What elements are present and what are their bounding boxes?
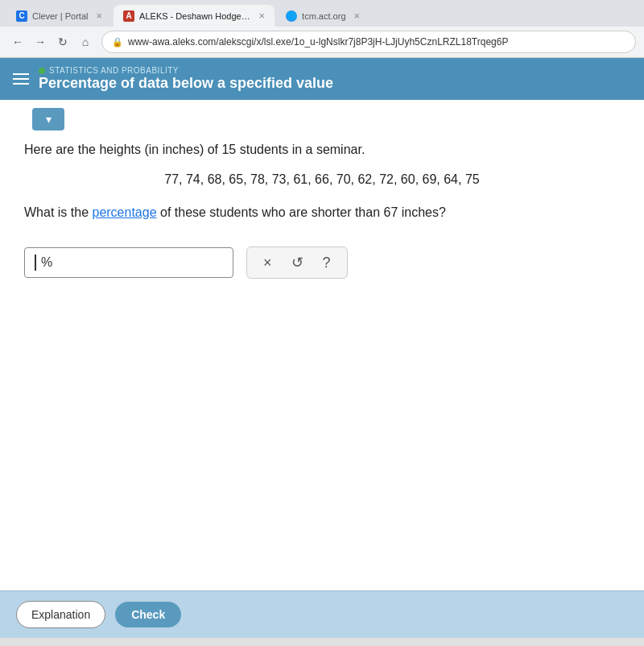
question-prompt: What is the percentage of these students… [24, 203, 620, 222]
prompt-before: What is the [24, 205, 92, 219]
percentage-link[interactable]: percentage [92, 205, 156, 219]
header-subtitle: STATISTICS AND PROBABILITY [39, 66, 333, 75]
answer-row: % × ↺ ? [24, 246, 620, 279]
tab-aleks[interactable]: A ALEKS - Deshawn Hodge - Learn × [114, 5, 275, 27]
url-text: www-awa.aleks.com/alekscgi/x/lsl.exe/1o_… [128, 36, 508, 48]
url-bar[interactable]: 🔒 www-awa.aleks.com/alekscgi/x/lsl.exe/1… [101, 31, 636, 53]
back-button[interactable]: ← [8, 32, 27, 52]
browser-chrome: C Clever | Portal × A ALEKS - Deshawn Ho… [0, 0, 644, 58]
lock-icon: 🔒 [112, 37, 123, 48]
hamburger-line-3 [13, 83, 29, 85]
page-title: Percentage of data below a specified val… [39, 75, 333, 92]
address-bar: ← → ↻ ⌂ 🔒 www-awa.aleks.com/alekscgi/x/l… [0, 27, 644, 57]
help-button[interactable]: ? [320, 253, 334, 273]
hamburger-menu[interactable] [13, 73, 29, 85]
main-content: STATISTICS AND PROBABILITY Percentage of… [0, 58, 644, 638]
dropdown-toggle[interactable]: ▾ [32, 108, 64, 130]
content-panel: ▾ Here are the heights (in inches) of 15… [0, 100, 644, 590]
tab-label-act: tcm.act.org [302, 11, 345, 21]
forward-button[interactable]: → [31, 32, 50, 52]
question-intro: Here are the heights (in inches) of 15 s… [24, 140, 620, 159]
tab-act[interactable]: 🌐 tcm.act.org × [276, 5, 369, 27]
tab-close-clever[interactable]: × [97, 10, 103, 22]
hamburger-line-2 [13, 78, 29, 80]
subtitle-text: STATISTICS AND PROBABILITY [49, 66, 179, 75]
bottom-bar: Explanation Check [0, 590, 644, 638]
question-area: Here are the heights (in inches) of 15 s… [0, 100, 644, 295]
answer-input-container[interactable]: % [24, 247, 233, 278]
status-dot [39, 68, 45, 74]
prompt-after: of these students who are shorter than 6… [157, 205, 446, 219]
tab-label-clever: Clever | Portal [32, 11, 89, 21]
explanation-button[interactable]: Explanation [16, 601, 105, 628]
tab-clever[interactable]: C Clever | Portal × [6, 5, 112, 27]
action-buttons-group: × ↺ ? [246, 246, 348, 279]
home-button[interactable]: ⌂ [76, 32, 95, 52]
tab-bar: C Clever | Portal × A ALEKS - Deshawn Ho… [0, 0, 644, 27]
reload-button[interactable]: ↻ [53, 32, 72, 52]
hamburger-line-1 [13, 73, 29, 75]
tab-label-aleks: ALEKS - Deshawn Hodge - Learn [139, 11, 250, 21]
percent-label: % [41, 255, 52, 270]
tab-favicon-aleks: A [123, 10, 134, 22]
tab-favicon-clever: C [16, 10, 27, 22]
answer-cursor [35, 255, 36, 271]
undo-button[interactable]: ↺ [288, 252, 307, 273]
clear-button[interactable]: × [260, 253, 275, 273]
nav-buttons: ← → ↻ ⌂ [8, 32, 95, 52]
check-button[interactable]: Check [115, 602, 181, 627]
app-header: STATISTICS AND PROBABILITY Percentage of… [0, 58, 644, 100]
data-values: 77, 74, 68, 65, 78, 73, 61, 66, 70, 62, … [24, 172, 620, 187]
header-text-section: STATISTICS AND PROBABILITY Percentage of… [39, 66, 333, 92]
tab-favicon-act: 🌐 [286, 10, 297, 22]
tab-close-aleks[interactable]: × [259, 10, 266, 22]
tab-close-act[interactable]: × [354, 10, 361, 22]
